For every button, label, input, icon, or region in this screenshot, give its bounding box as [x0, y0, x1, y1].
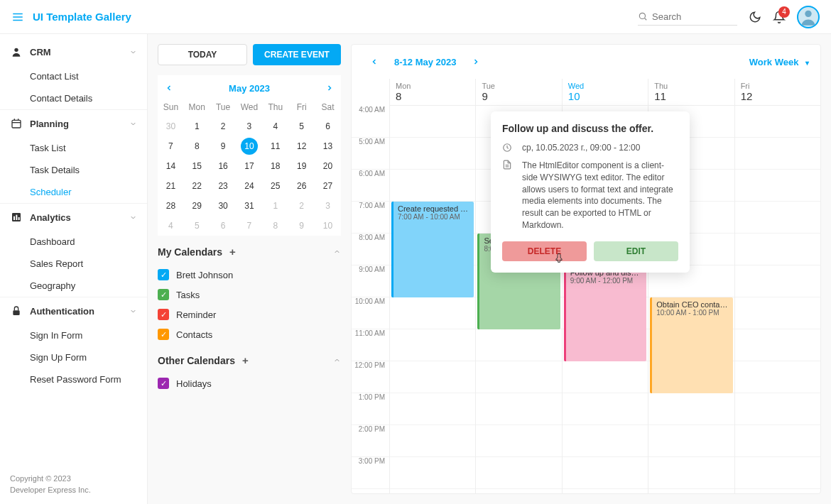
minical-day[interactable]: 3: [315, 196, 341, 216]
nav-group-planning[interactable]: Planning: [0, 109, 147, 137]
minical-next-icon[interactable]: [322, 81, 337, 95]
nav-item[interactable]: Scheduler: [0, 181, 147, 203]
minical-day[interactable]: 25: [262, 176, 288, 196]
day-column[interactable]: Create requested pr...7:00 AM - 10:00 AM: [390, 106, 475, 493]
sched-next-icon[interactable]: [465, 55, 487, 69]
minical-day[interactable]: 20: [315, 156, 341, 176]
nav-group-authentication[interactable]: Authentication: [0, 297, 147, 324]
minical-day[interactable]: 1: [262, 196, 288, 216]
nav-group-crm[interactable]: CRM: [0, 38, 147, 65]
minical-day[interactable]: 6: [315, 116, 341, 136]
search-input-wrap[interactable]: [638, 9, 737, 26]
nav-item[interactable]: Sign Up Form: [0, 346, 147, 368]
nav-item[interactable]: Dashboard: [0, 231, 147, 253]
nav-group-analytics[interactable]: Analytics: [0, 203, 147, 231]
nav-item[interactable]: Reset Password Form: [0, 368, 147, 390]
minical-day[interactable]: 10: [315, 216, 341, 236]
minical-day[interactable]: 8: [184, 136, 210, 156]
minical-day[interactable]: 15: [184, 156, 210, 176]
search-input[interactable]: [652, 11, 737, 22]
calendar-item[interactable]: ✓Tasks: [158, 285, 341, 305]
minical-day[interactable]: 23: [210, 176, 237, 196]
minical-day[interactable]: 22: [184, 176, 210, 196]
day-column[interactable]: [734, 106, 820, 493]
calendar-event[interactable]: Create requested pr...7:00 AM - 10:00 AM: [391, 202, 474, 297]
minical-day[interactable]: 5: [288, 116, 315, 136]
minical-day[interactable]: 13: [315, 136, 341, 156]
nav-item[interactable]: Task List: [0, 137, 147, 159]
minical-day[interactable]: 28: [158, 196, 184, 216]
minical-day[interactable]: 9: [210, 136, 237, 156]
nav-item[interactable]: Contact Details: [0, 87, 147, 109]
calendar-item[interactable]: ✓Reminder: [158, 305, 341, 324]
minical-day[interactable]: 30: [158, 116, 184, 136]
theme-toggle-icon[interactable]: [749, 11, 761, 23]
minical-day[interactable]: 4: [158, 216, 184, 236]
minical-day[interactable]: 12: [288, 136, 315, 156]
minical-day[interactable]: 19: [288, 156, 315, 176]
minical-day[interactable]: 9: [288, 216, 315, 236]
minical-day[interactable]: 7: [158, 136, 184, 156]
day-header[interactable]: Mon8: [390, 79, 475, 105]
day-header[interactable]: Thu11: [648, 79, 734, 105]
minical-day[interactable]: 17: [237, 156, 263, 176]
minical-day[interactable]: 29: [184, 196, 210, 216]
minical-day[interactable]: 5: [184, 216, 210, 236]
minical-day[interactable]: 2: [210, 116, 237, 136]
delete-button[interactable]: DELETE: [502, 241, 587, 261]
sidebar: CRMContact ListContact DetailsPlanningTa…: [0, 34, 148, 504]
minical-day[interactable]: 27: [315, 176, 341, 196]
calendar-item[interactable]: ✓Contacts: [158, 324, 341, 344]
sched-prev-icon[interactable]: [363, 55, 386, 69]
minical-day[interactable]: 14: [158, 156, 184, 176]
nav-item[interactable]: Sign In Form: [0, 324, 147, 346]
minical-day[interactable]: 18: [262, 156, 288, 176]
minical-day[interactable]: 4: [262, 116, 288, 136]
day-header[interactable]: Fri12: [734, 79, 820, 105]
hamburger-icon[interactable]: [11, 11, 24, 23]
checkbox-icon[interactable]: ✓: [158, 269, 169, 280]
nav-item[interactable]: Geography: [0, 275, 147, 297]
brand-title[interactable]: UI Template Gallery: [33, 11, 131, 23]
minical-day[interactable]: 30: [210, 196, 237, 216]
notifications-button[interactable]: 4: [773, 11, 786, 23]
minical-day[interactable]: 21: [158, 176, 184, 196]
checkbox-icon[interactable]: ✓: [158, 289, 169, 300]
minical-day[interactable]: 16: [210, 156, 237, 176]
nav-item[interactable]: Task Details: [0, 159, 147, 181]
minical-day[interactable]: 24: [237, 176, 263, 196]
plus-icon[interactable]: +: [229, 246, 236, 258]
minical-day[interactable]: 1: [184, 116, 210, 136]
minical-day[interactable]: 2: [288, 196, 315, 216]
create-event-button[interactable]: CREATE EVENT: [253, 44, 341, 65]
minical-day[interactable]: 8: [262, 216, 288, 236]
minical-day[interactable]: 3: [237, 116, 263, 136]
dow-label: Sat: [315, 98, 341, 116]
calendar-item[interactable]: ✓Brett Johnson: [158, 265, 341, 285]
other-calendars-header[interactable]: Other Calendars +: [158, 354, 341, 366]
calendar-event[interactable]: Obtain CEO contact ...10:00 AM - 1:00 PM: [650, 297, 732, 393]
edit-button[interactable]: EDIT: [594, 241, 678, 261]
minical-day[interactable]: 31: [237, 196, 263, 216]
minical-day[interactable]: 6: [210, 216, 237, 236]
my-calendars-header[interactable]: My Calendars +: [158, 246, 341, 258]
nav-item[interactable]: Sales Report: [0, 253, 147, 275]
minical-day[interactable]: 26: [288, 176, 315, 196]
today-button[interactable]: TODAY: [158, 44, 247, 65]
minical-title[interactable]: May 2023: [229, 83, 270, 94]
checkbox-icon[interactable]: ✓: [158, 378, 169, 389]
minical-day[interactable]: 10: [237, 136, 263, 156]
day-header[interactable]: Tue9: [475, 79, 561, 105]
minical-prev-icon[interactable]: [162, 81, 176, 95]
calendar-event[interactable]: Follow up and discu...9:00 AM - 12:00 PM: [564, 265, 646, 361]
nav-item[interactable]: Contact List: [0, 65, 147, 87]
view-selector[interactable]: Work Week ▾: [749, 57, 809, 67]
avatar[interactable]: [797, 6, 820, 28]
minical-day[interactable]: 11: [262, 136, 288, 156]
checkbox-icon[interactable]: ✓: [158, 309, 169, 320]
calendar-item[interactable]: ✓Holidays: [158, 373, 341, 393]
plus-icon[interactable]: +: [242, 354, 249, 366]
day-header[interactable]: Wed10: [562, 79, 648, 105]
checkbox-icon[interactable]: ✓: [158, 329, 169, 340]
minical-day[interactable]: 7: [237, 216, 263, 236]
